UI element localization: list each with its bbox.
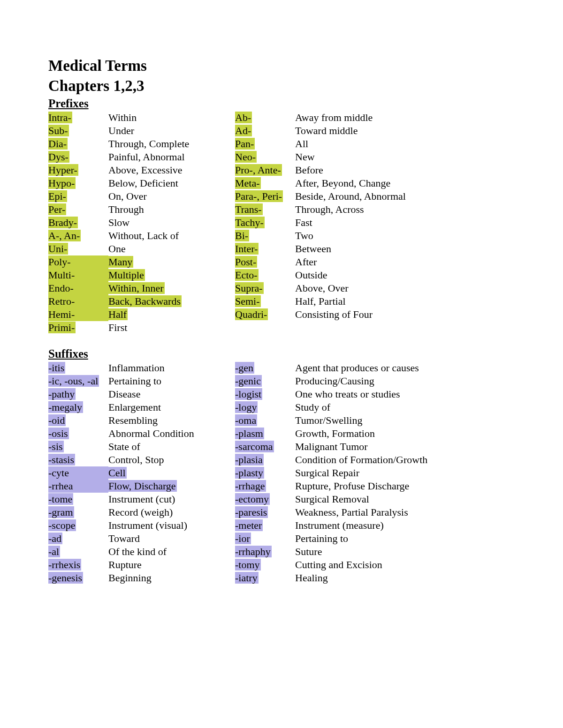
definition-text: Within, Inner: [108, 282, 165, 294]
definition-text: Study of: [295, 401, 331, 413]
term-text: -cyte: [48, 466, 108, 480]
definition-text: Consisting of Four: [295, 308, 373, 320]
term-text: Semi-: [235, 295, 261, 307]
term-row: Epi-On, Over: [48, 190, 235, 203]
term-row: -logistOne who treats or studies: [235, 388, 470, 401]
definition-cell: Through: [108, 203, 235, 216]
definition-text: Control, Stop: [108, 454, 165, 465]
page-title-line-2: Chapters 1,2,3: [48, 76, 516, 96]
term-cell: A-, An-: [48, 229, 108, 242]
definition-cell: Cutting and Excision: [295, 558, 470, 571]
definition-cell: Agent that produces or causes: [295, 361, 470, 375]
term-text: -rrhea: [48, 480, 108, 493]
term-row: Pro-, Ante-Before: [235, 164, 470, 177]
definition-text: Malignant Tumor: [295, 441, 369, 452]
term-cell: Pan-: [235, 137, 295, 150]
term-cell: -meter: [235, 519, 295, 532]
term-row: Semi-Half, Partial: [235, 295, 470, 308]
definition-cell: Without, Lack of: [108, 229, 235, 242]
term-cell: Hyper-: [48, 164, 108, 177]
term-cell: -gram: [48, 506, 108, 519]
section-heading-prefixes: Prefixes: [48, 97, 516, 110]
prefixes-left-col: Intra-WithinSub-UnderDia-Through, Comple…: [48, 111, 235, 334]
definition-cell: Multiple: [108, 269, 235, 282]
term-row: -itisInflammation: [48, 361, 235, 375]
definition-cell: Rupture: [108, 558, 235, 571]
term-text: Dia-: [48, 138, 68, 150]
term-cell: Hemi-: [48, 308, 108, 321]
term-cell: Poly-: [48, 255, 108, 269]
term-text: Brady-: [48, 217, 78, 228]
term-row: -genicProducing/Causing: [235, 375, 470, 388]
term-cell: -sis: [48, 440, 108, 453]
definition-text: Outside: [295, 269, 328, 281]
term-cell: -itis: [48, 361, 108, 375]
term-cell: Inter-: [235, 242, 295, 255]
term-row: -adToward: [48, 532, 235, 545]
term-row: Primi-First: [48, 321, 235, 334]
definition-cell: Below, Deficient: [108, 177, 235, 190]
term-cell: Sub-: [48, 124, 108, 137]
term-cell: -tome: [48, 493, 108, 506]
definition-text: After: [295, 256, 318, 268]
term-cell: -genesis: [48, 571, 108, 585]
definition-text: All: [295, 138, 309, 150]
term-text: Multi-: [48, 269, 108, 282]
definition-cell: Above, Over: [295, 282, 470, 295]
term-text: -genesis: [48, 572, 83, 584]
definition-cell: Rupture, Profuse Discharge: [295, 480, 470, 493]
definition-text: Growth, Formation: [295, 428, 376, 439]
term-text: -plasm: [235, 428, 264, 439]
term-text: -genic: [235, 375, 262, 387]
term-row: -iatryHealing: [235, 571, 470, 585]
definition-text: Multiple: [108, 269, 145, 281]
definition-cell: Within, Inner: [108, 282, 235, 295]
term-text: Primi-: [48, 322, 76, 333]
term-cell: -ic, -ous, -al: [48, 375, 108, 388]
definition-text: Within: [108, 112, 137, 123]
definition-text: Tumor/Swelling: [295, 414, 363, 426]
definition-text: New: [295, 151, 316, 163]
definition-cell: Pertaining to: [108, 375, 235, 388]
term-row: -plasmGrowth, Formation: [235, 427, 470, 440]
term-cell: -rrhea: [48, 480, 108, 493]
term-row: Post-After: [235, 255, 470, 269]
term-text: Retro-: [48, 295, 108, 308]
definition-text: Disease: [108, 388, 141, 400]
term-text: Post-: [235, 256, 257, 268]
term-row: -scopeInstrument (visual): [48, 519, 235, 532]
term-text: -plasia: [235, 454, 264, 465]
term-row: Intra-Within: [48, 111, 235, 124]
term-cell: -al: [48, 545, 108, 558]
definition-text: Surgical Repair: [295, 467, 360, 479]
term-cell: -oma: [235, 414, 295, 427]
term-row: Retro-Back, Backwards: [48, 295, 235, 308]
term-cell: -scope: [48, 519, 108, 532]
definition-cell: On, Over: [108, 190, 235, 203]
term-row: Para-, Peri-Beside, Around, Abnormal: [235, 190, 470, 203]
term-cell: -plasia: [235, 453, 295, 466]
definition-cell: After, Beyond, Change: [295, 177, 470, 190]
term-cell: -iatry: [235, 571, 295, 585]
term-cell: -tomy: [235, 558, 295, 571]
term-text: -ectomy: [235, 493, 270, 505]
term-text: -oma: [235, 414, 257, 426]
definition-text: Rupture: [108, 559, 143, 570]
term-text: Meta-: [235, 177, 261, 189]
definition-text: After, Beyond, Change: [295, 177, 391, 189]
term-row: -tomyCutting and Excision: [235, 558, 470, 571]
definition-text: Healing: [295, 572, 329, 584]
term-text: -logy: [235, 401, 258, 413]
term-cell: Hypo-: [48, 177, 108, 190]
term-text: Bi-: [235, 230, 249, 241]
document-page: Medical Terms Chapters 1,2,3 Prefixes In…: [0, 0, 563, 728]
definition-text: Toward: [108, 533, 141, 544]
term-row: -ic, -ous, -alPertaining to: [48, 375, 235, 388]
term-cell: -rrhexis: [48, 558, 108, 571]
page-title-line-1: Medical Terms: [48, 56, 516, 75]
term-row: Quadri-Consisting of Four: [235, 308, 470, 321]
term-row: -megalyEnlargement: [48, 401, 235, 414]
definition-text: Above, Over: [295, 282, 350, 294]
definition-text: Resembling: [108, 414, 159, 426]
definition-text: Between: [295, 243, 332, 255]
